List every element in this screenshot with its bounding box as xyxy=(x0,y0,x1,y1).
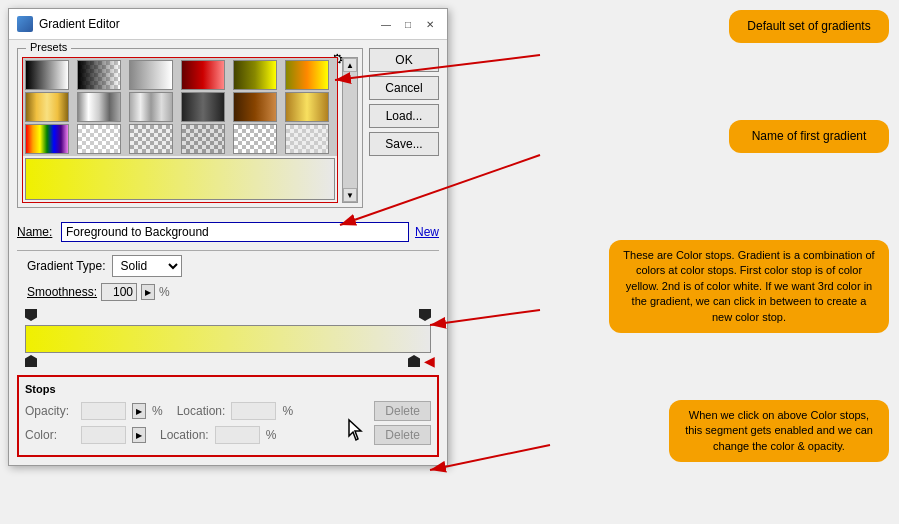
maximize-button[interactable]: □ xyxy=(399,15,417,33)
opacity-location-pct: % xyxy=(282,404,293,418)
title-bar-left: Gradient Editor xyxy=(17,16,120,32)
presets-grid xyxy=(22,57,338,203)
cursor-indicator xyxy=(347,418,367,445)
swatch-fg-transparent[interactable] xyxy=(77,60,121,90)
gradient-type-label: Gradient Type: xyxy=(27,259,106,273)
close-button[interactable]: ✕ xyxy=(421,15,439,33)
load-button[interactable]: Load... xyxy=(369,104,439,128)
opacity-label: Opacity: xyxy=(25,404,75,418)
svg-line-5 xyxy=(430,445,550,470)
bottom-stop-right[interactable] xyxy=(408,355,420,367)
annotation-bubble-1: Default set of gradients xyxy=(729,10,889,43)
stops-group: Stops Opacity: ▶ % Location: % Delete Co… xyxy=(17,375,439,457)
color-label: Color: xyxy=(25,428,75,442)
minimize-button[interactable]: — xyxy=(377,15,395,33)
stops-label: Stops xyxy=(25,383,431,395)
gradient-type-select[interactable]: Solid Noise xyxy=(112,255,182,277)
gradient-section: ◀ xyxy=(21,309,435,369)
opacity-row: Opacity: ▶ % Location: % Delete xyxy=(25,401,431,421)
gradient-type-row: Gradient Type: Solid Noise xyxy=(17,255,439,277)
top-stop-left[interactable] xyxy=(25,309,37,321)
annotation-bubble-2: Name of first gradient xyxy=(729,120,889,153)
svg-marker-0 xyxy=(349,420,361,440)
color-location-pct: % xyxy=(266,428,277,442)
bottom-stop-row: ◀ xyxy=(21,353,435,369)
smoothness-input[interactable] xyxy=(101,283,137,301)
name-row: Name: New xyxy=(17,222,439,242)
save-button[interactable]: Save... xyxy=(369,132,439,156)
swatch-silver[interactable] xyxy=(129,92,173,122)
swatch-transparent[interactable] xyxy=(77,124,121,154)
scroll-down-arrow[interactable]: ▼ xyxy=(343,188,357,202)
ok-button[interactable]: OK xyxy=(369,48,439,72)
gradient-swatches xyxy=(23,58,337,156)
presets-label: Presets xyxy=(26,41,71,53)
smoothness-unit: % xyxy=(159,285,170,299)
color-delete-button[interactable]: Delete xyxy=(374,425,431,445)
selected-gradient-preview xyxy=(25,158,335,200)
name-label: Name: xyxy=(17,225,55,239)
swatch-fg-bg[interactable] xyxy=(25,60,69,90)
opacity-location-label: Location: xyxy=(177,404,226,418)
dialog-title: Gradient Editor xyxy=(39,17,120,31)
swatch-dark-metal[interactable] xyxy=(181,92,225,122)
color-input[interactable] xyxy=(81,426,126,444)
arrow-indicator: ◀ xyxy=(424,353,435,369)
color-stepper[interactable]: ▶ xyxy=(132,427,146,443)
color-location-input[interactable] xyxy=(215,426,260,444)
color-location-label: Location: xyxy=(160,428,209,442)
swatch-rainbow[interactable] xyxy=(25,124,69,154)
opacity-input[interactable] xyxy=(81,402,126,420)
dialog-icon xyxy=(17,16,33,32)
title-controls: — □ ✕ xyxy=(377,15,439,33)
opacity-delete-button[interactable]: Delete xyxy=(374,401,431,421)
swatch-chrome[interactable] xyxy=(77,92,121,122)
bottom-stop-left[interactable] xyxy=(25,355,37,367)
swatch-checker1[interactable] xyxy=(129,124,173,154)
new-link[interactable]: New xyxy=(415,225,439,239)
name-input[interactable] xyxy=(61,222,409,242)
swatch-4[interactable] xyxy=(181,60,225,90)
presets-content: ▲ ▼ xyxy=(22,57,358,203)
presets-group: Presets ⚙ xyxy=(17,48,363,208)
dialog-buttons: OK Cancel Load... Save... xyxy=(369,48,439,216)
dialog-body: Presets ⚙ xyxy=(9,40,447,465)
cancel-button[interactable]: Cancel xyxy=(369,76,439,100)
opacity-pct: % xyxy=(152,404,163,418)
swatch-checker2[interactable] xyxy=(181,124,225,154)
swatch-checker4[interactable] xyxy=(285,124,329,154)
scroll-track xyxy=(343,72,357,188)
swatch-gold[interactable] xyxy=(25,92,69,122)
color-row: Color: ▶ Location: % Delete xyxy=(25,425,431,445)
smoothness-row: Smoothness: ▶ % xyxy=(17,283,439,301)
smoothness-stepper[interactable]: ▶ xyxy=(141,284,155,300)
bottom-stop-markers xyxy=(21,355,424,369)
gradient-editor-dialog: Gradient Editor — □ ✕ Presets ⚙ xyxy=(8,8,448,466)
swatch-6[interactable] xyxy=(285,60,329,90)
swatch-gold2[interactable] xyxy=(285,92,329,122)
annotation-bubble-3: These are Color stops. Gradient is a com… xyxy=(609,240,889,333)
swatch-checker3[interactable] xyxy=(233,124,277,154)
title-bar: Gradient Editor — □ ✕ xyxy=(9,9,447,40)
scroll-up-arrow[interactable]: ▲ xyxy=(343,58,357,72)
opacity-location-input[interactable] xyxy=(231,402,276,420)
top-stop-right[interactable] xyxy=(419,309,431,321)
top-stop-markers xyxy=(21,309,435,323)
smoothness-label: Smoothness: xyxy=(27,285,97,299)
opacity-stepper[interactable]: ▶ xyxy=(132,403,146,419)
gradient-display-bar[interactable] xyxy=(25,325,431,353)
swatch-5[interactable] xyxy=(233,60,277,90)
annotation-bubble-4: When we click on above Color stops, this… xyxy=(669,400,889,462)
presets-scrollbar[interactable]: ▲ ▼ xyxy=(342,57,358,203)
swatch-brown[interactable] xyxy=(233,92,277,122)
swatch-3[interactable] xyxy=(129,60,173,90)
